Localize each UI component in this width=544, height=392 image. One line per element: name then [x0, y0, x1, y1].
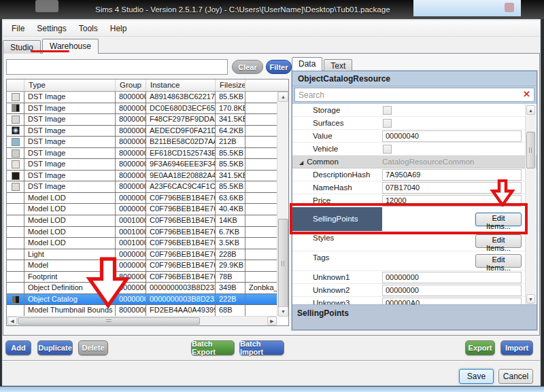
clear-button[interactable]: Clear — [232, 60, 263, 74]
menu-settings[interactable]: Settings — [31, 22, 72, 35]
scroll-down-icon[interactable]: ▼ — [278, 306, 288, 317]
table-row[interactable]: Model 00000000 C0F796BEB1B4E764 29.9KB — [7, 260, 277, 272]
property-input[interactable] — [382, 130, 522, 142]
resource-filter-input[interactable] — [6, 59, 228, 75]
table-row[interactable]: Model LOD 00000001 C0F796BEB1B4E764 40.4… — [7, 204, 277, 215]
add-button[interactable]: Add — [5, 340, 31, 355]
edit-items-button[interactable]: Edit Items... — [475, 234, 522, 248]
cell-group: 00000000 — [116, 294, 146, 305]
property-row-price[interactable]: Price — [292, 194, 537, 207]
cell-type: Model LOD — [24, 215, 116, 226]
property-row-storage[interactable]: Storage — [292, 104, 537, 117]
property-input[interactable] — [382, 169, 522, 181]
table-row[interactable]: DST Image 80000000 DC0E680D3ECF655E 170.… — [7, 103, 277, 115]
export-button[interactable]: Export — [465, 340, 495, 355]
table-vertical-scrollbar[interactable]: ▲ ▼ — [277, 92, 288, 317]
table-row[interactable]: Model LOD 00010002 C0F796BEB1B4E764 3.5K… — [7, 238, 277, 249]
edit-items-button[interactable]: Edit Items... — [475, 254, 522, 268]
table-row[interactable]: DST Image 80000000 B211BE58C02D7AA7 212B — [7, 137, 277, 148]
property-row-tags[interactable]: TagsEdit Items... — [292, 251, 537, 271]
column-header-filesize[interactable]: Filesize — [216, 79, 245, 91]
checkbox[interactable] — [383, 106, 392, 115]
import-button[interactable]: Import — [500, 340, 533, 355]
duplicate-button[interactable]: Duplicate — [37, 340, 73, 355]
column-header-type[interactable]: Type — [24, 79, 116, 91]
table-row[interactable]: Light 00000000 C0F796BEB1B4E764 228B — [7, 249, 277, 261]
horizontal-scroll-thumb[interactable] — [18, 317, 200, 325]
property-row-surfaces[interactable]: Surfaces — [292, 117, 537, 130]
property-input[interactable] — [382, 272, 522, 283]
filter-button[interactable]: Filter — [266, 60, 292, 74]
table-row[interactable]: DST Image 80000000 F48CF297BF9DDA2D 341.… — [7, 114, 277, 126]
table-row[interactable]: DST Image 80000000 A8914863BC622172 85.5… — [7, 92, 277, 103]
cell-instance: C0F796BEB1B4E764 — [146, 238, 216, 249]
menu-file[interactable]: File — [5, 22, 31, 35]
cell-type: DST Image — [24, 114, 116, 125]
table-row[interactable]: Model LOD 00000000 C0F796BEB1B4E764 63.6… — [7, 193, 277, 204]
table-row[interactable]: DST Image 80000000 A23F6CAC9C4F1CC8 85.5… — [7, 181, 277, 193]
inspector-panel: ObjectCatalogResource ✕ StorageSurfacesV… — [292, 71, 537, 330]
table-horizontal-scrollbar[interactable]: ◀ ▶ — [7, 316, 277, 325]
clear-search-icon[interactable]: ✕ — [523, 90, 530, 99]
property-row-styles[interactable]: StylesEdit Items... — [292, 232, 537, 251]
tab-text[interactable]: Text — [324, 59, 352, 71]
table-row[interactable]: Footprint 80000000 C0F796BEB1B4E764 78B — [7, 272, 277, 283]
table-row[interactable]: DST Image 80000000 9E0AA18E20882A47 341.… — [7, 171, 277, 182]
property-row-common[interactable]: ◢CommonCatalogResourceCommon — [292, 156, 537, 168]
scroll-right-icon[interactable]: ▶ — [267, 317, 277, 325]
resource-thumbnail — [12, 138, 20, 146]
table-row[interactable]: Model LOD 00010000 C0F796BEB1B4E764 14KB — [7, 215, 277, 227]
tab-studio[interactable]: Studio — [3, 40, 41, 54]
table-row[interactable]: DST Image 80000000 AEDECD9F0FA21D96 64.2… — [7, 126, 277, 137]
property-label: Unknown1 — [292, 271, 382, 283]
property-row-sellingpoints[interactable]: SellingPointsEdit Items... — [292, 207, 537, 232]
table-row[interactable]: Model LOD 00010001 C0F796BEB1B4E764 6.7K… — [7, 227, 277, 238]
table-row[interactable]: Object Catalog 00000000 0000000003B8D233… — [7, 294, 277, 306]
property-value — [382, 143, 537, 155]
column-header-group[interactable]: Group — [116, 79, 146, 91]
save-button[interactable]: Save — [459, 369, 494, 384]
cell-group: 80000000 — [116, 148, 146, 159]
table-row[interactable]: DST Image 80000000 9F3A6946EEE3F34D 85.5… — [7, 159, 277, 171]
expander-icon[interactable]: ◢ — [299, 160, 303, 166]
property-input[interactable] — [382, 285, 522, 296]
cell-group: 80000000 — [116, 114, 146, 125]
property-row-vehicle[interactable]: Vehicle — [292, 143, 537, 156]
tab-data[interactable]: Data — [292, 57, 322, 71]
scroll-up-icon[interactable]: ▲ — [526, 105, 535, 115]
property-row-unknown1[interactable]: Unknown1 — [292, 271, 537, 284]
table-row[interactable]: DST Image 80000000 EF618CD1525743EF 85.5… — [7, 148, 277, 160]
scroll-up-icon[interactable]: ▲ — [278, 92, 288, 102]
property-search-input[interactable] — [294, 88, 534, 102]
menu-tools[interactable]: Tools — [73, 22, 104, 35]
cell-filesize: 341.5KB — [216, 114, 245, 125]
cancel-button[interactable]: Cancel — [498, 369, 533, 384]
batch-import-button[interactable]: Batch Import — [239, 340, 284, 355]
property-row-namehash[interactable]: NameHash — [292, 181, 537, 194]
cell-filesize: 3.5KB — [216, 238, 245, 249]
tab-warehouse[interactable]: Warehouse — [42, 39, 99, 54]
property-row-value[interactable]: Value — [292, 130, 537, 143]
scroll-left-icon[interactable]: ◀ — [7, 317, 17, 325]
vertical-scroll-thumb[interactable] — [278, 219, 288, 308]
scroll-down-icon[interactable]: ▼ — [526, 294, 535, 304]
property-input[interactable] — [382, 195, 522, 207]
table-row[interactable]: Model Thumbnail Bounds List 80000000 FD2… — [7, 305, 277, 317]
cell-instance: B211BE58C02D7AA7 — [146, 137, 216, 147]
cell-name — [245, 272, 277, 283]
checkbox[interactable] — [383, 119, 392, 128]
property-input[interactable] — [382, 182, 522, 194]
property-row-descriptionhash[interactable]: DescriptionHash — [292, 168, 537, 181]
property-row-unknown2[interactable]: Unknown2 — [292, 284, 537, 297]
checkbox[interactable] — [383, 145, 392, 154]
property-scrollbar[interactable]: ▲ ▼ — [525, 105, 536, 304]
edit-items-button[interactable]: Edit Items... — [475, 213, 522, 226]
batch-export-button[interactable]: Batch Export — [191, 340, 235, 355]
cell-name — [245, 103, 277, 114]
table-row[interactable]: Object Definition 00000000 0000000003B8D… — [7, 283, 277, 294]
delete-button[interactable]: Delete — [78, 340, 108, 355]
cell-group: 00010001 — [116, 227, 146, 238]
vertical-scroll-thumb[interactable] — [526, 132, 535, 168]
menu-help[interactable]: Help — [104, 22, 133, 35]
column-header-instance[interactable]: Instance — [146, 79, 216, 91]
